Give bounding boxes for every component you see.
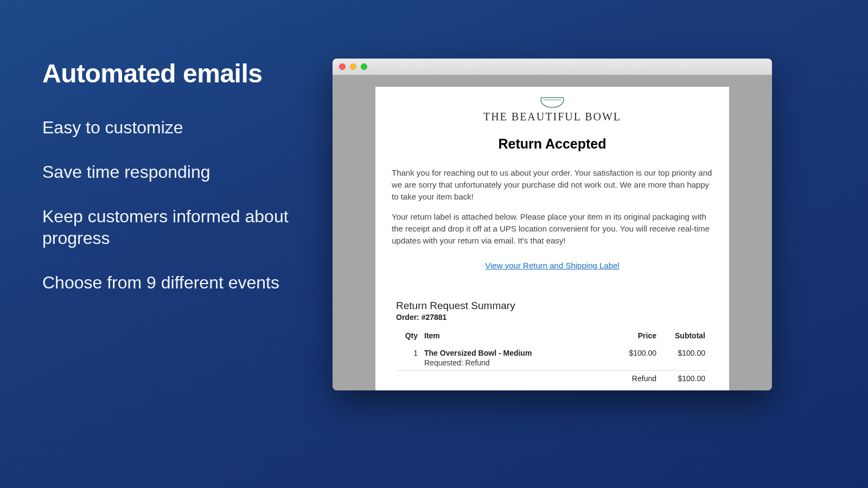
- marketing-bullet: Choose from 9 different events: [42, 272, 314, 293]
- zoom-icon[interactable]: [361, 63, 367, 70]
- slide-stage: Automated emails Easy to customize Save …: [0, 0, 868, 488]
- cell-qty: 1: [396, 345, 421, 371]
- marketing-heading: Automated emails: [42, 59, 314, 88]
- email-paragraph: Your return label is attached below. Ple…: [392, 211, 713, 246]
- col-qty: Qty: [396, 329, 421, 345]
- totals-row: Refund $100.00: [396, 370, 709, 386]
- bowl-icon: [540, 97, 564, 108]
- cell-item: The Oversized Bowl - Medium Requested: R…: [421, 345, 611, 371]
- return-label-link-wrap: View your Return and Shipping Label: [392, 261, 713, 271]
- marketing-bullet: Easy to customize: [42, 117, 314, 138]
- refund-amount: $100.00: [660, 370, 709, 386]
- summary-title: Return Request Summary: [396, 300, 709, 312]
- browser-window: THE BEAUTIFUL BOWL Return Accepted Thank…: [333, 59, 772, 390]
- brand-name: THE BEAUTIFUL BOWL: [483, 111, 621, 123]
- refund-label: Refund: [611, 370, 660, 386]
- close-icon[interactable]: [339, 63, 346, 70]
- return-label-link[interactable]: View your Return and Shipping Label: [485, 261, 619, 270]
- table-header-row: Qty Item Price Subtotal: [396, 329, 709, 345]
- order-number: Order: #27881: [396, 313, 709, 322]
- marketing-bullet: Keep customers informed about progress: [42, 206, 314, 249]
- cell-subtotal: $100.00: [660, 345, 709, 371]
- col-item: Item: [421, 329, 611, 345]
- email-paragraph: Thank you for reaching out to us about y…: [392, 167, 713, 202]
- browser-viewport: THE BEAUTIFUL BOWL Return Accepted Thank…: [333, 75, 772, 390]
- col-price: Price: [611, 329, 660, 345]
- minimize-icon[interactable]: [350, 63, 356, 70]
- email-title: Return Accepted: [392, 136, 713, 152]
- window-titlebar: [333, 59, 772, 75]
- item-requested: Requested: Refund: [424, 358, 608, 367]
- return-summary: Return Request Summary Order: #27881 Qty…: [392, 300, 713, 386]
- cell-price: $100.00: [611, 345, 660, 371]
- marketing-copy: Automated emails Easy to customize Save …: [42, 59, 314, 316]
- item-name: The Oversized Bowl - Medium: [424, 349, 608, 357]
- email-preview: THE BEAUTIFUL BOWL Return Accepted Thank…: [375, 87, 729, 390]
- marketing-bullet: Save time responding: [42, 161, 314, 183]
- items-table: Qty Item Price Subtotal 1 The Oversized …: [396, 329, 709, 386]
- col-subtotal: Subtotal: [660, 329, 709, 345]
- table-row: 1 The Oversized Bowl - Medium Requested:…: [396, 345, 709, 371]
- brand-block: THE BEAUTIFUL BOWL: [392, 97, 713, 123]
